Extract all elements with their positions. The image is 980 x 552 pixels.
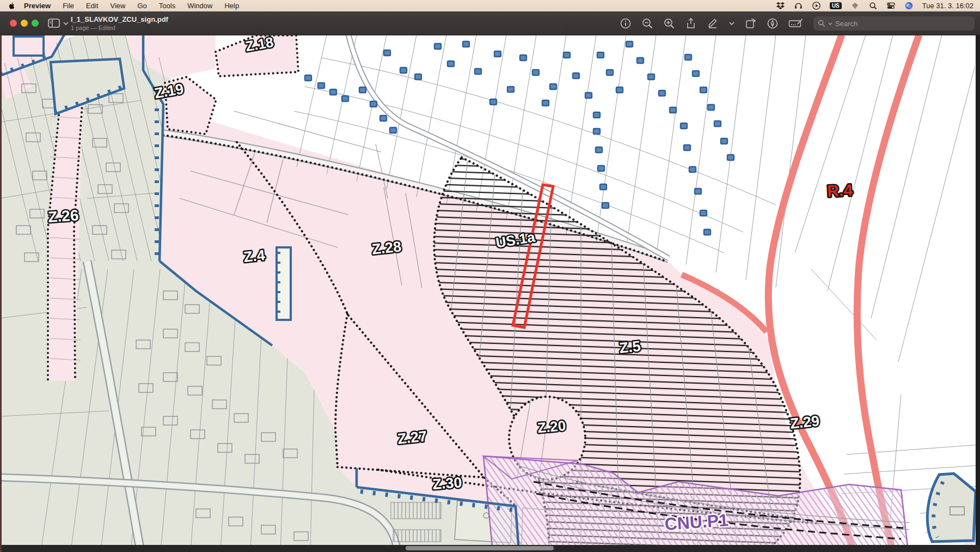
search-scope-chevron-icon <box>828 22 832 26</box>
minimize-button[interactable] <box>21 20 28 27</box>
zoning-map: Z.18Z.19Z.26Z.4Z.28US.1aZ.5Z.20Z.27Z.29Z… <box>0 35 980 552</box>
zone-label-Z.30: Z.30 <box>432 474 462 493</box>
spotlight-icon[interactable] <box>868 1 878 10</box>
menu-item-tools[interactable]: Tools <box>153 0 181 11</box>
menu-item-help[interactable]: Help <box>218 0 245 11</box>
page-left-edge <box>0 35 2 552</box>
menu-item-edit[interactable]: Edit <box>80 0 104 11</box>
menu-item-preview[interactable]: Preview <box>18 0 57 11</box>
zone-label-Z.5: Z.5 <box>618 338 641 356</box>
zone-label-Z.4: Z.4 <box>243 247 266 265</box>
vertical-scrollbar[interactable] <box>976 35 980 552</box>
menu-clock[interactable]: Tue 31. 3. 16:02 <box>922 2 973 10</box>
display-icon[interactable] <box>850 1 860 10</box>
zone-label-Z.27: Z.27 <box>397 428 428 447</box>
document-subtitle: 1 page — Edited <box>71 25 115 31</box>
search-icon <box>818 20 825 27</box>
macos-menu-bar: PreviewFileEditViewGoToolsWindowHelp US <box>0 0 980 11</box>
preview-titlebar: I_1_SLAVKOV_ZCU_sign.pdf 1 page — Edited <box>0 11 980 35</box>
control-center-icon[interactable] <box>886 1 896 10</box>
zoom-out-icon[interactable] <box>641 17 653 29</box>
menu-item-view[interactable]: View <box>105 0 132 11</box>
zone-label-R.4: R.4 <box>826 181 853 200</box>
play-circle-icon[interactable] <box>812 1 821 10</box>
rotate-icon[interactable] <box>745 17 757 29</box>
zoom-in-icon[interactable] <box>663 17 675 29</box>
menu-items: PreviewFileEditViewGoToolsWindowHelp <box>0 0 245 11</box>
search-placeholder: Search <box>835 20 857 28</box>
close-button[interactable] <box>10 20 17 27</box>
menu-item-file[interactable]: File <box>57 0 80 11</box>
markup-chevron-icon[interactable] <box>728 17 735 29</box>
search-field[interactable]: Search <box>813 16 975 31</box>
info-icon[interactable] <box>620 17 632 29</box>
horizontal-scroll-thumb[interactable] <box>406 546 554 550</box>
horizontal-scrollbar[interactable] <box>0 545 980 552</box>
menu-item-go[interactable]: Go <box>131 0 152 11</box>
zone-label-Z.20: Z.20 <box>537 417 566 436</box>
sidebar-icon <box>48 18 61 29</box>
headphones-icon[interactable] <box>794 1 803 10</box>
sidebar-toggle-button[interactable] <box>48 17 70 30</box>
apple-menu-icon[interactable] <box>8 2 16 10</box>
fullscreen-button[interactable] <box>32 20 39 27</box>
zone-label-Z.29: Z.29 <box>789 413 820 432</box>
markup-pen-icon[interactable] <box>707 17 719 29</box>
input-source-badge[interactable]: US <box>830 2 842 9</box>
form-fill-icon[interactable] <box>788 17 804 29</box>
pen-tip-icon[interactable] <box>767 17 779 29</box>
pdf-map-canvas[interactable]: Z.18Z.19Z.26Z.4Z.28US.1aZ.5Z.20Z.27Z.29Z… <box>0 35 980 552</box>
toolbar: Search <box>620 15 975 32</box>
siri-icon[interactable] <box>904 1 914 10</box>
document-title: I_1_SLAVKOV_ZCU_sign.pdf <box>71 15 168 23</box>
zone-label-Z.28: Z.28 <box>371 238 402 257</box>
zone-label-Z.26: Z.26 <box>47 207 79 226</box>
share-icon[interactable] <box>685 17 697 29</box>
menu-item-window[interactable]: Window <box>181 0 218 11</box>
menu-status-area: US Tue 31. 3. 16:02 <box>776 1 980 10</box>
sidebar-chevron-icon <box>63 21 69 26</box>
dropbox-icon[interactable] <box>776 1 785 10</box>
